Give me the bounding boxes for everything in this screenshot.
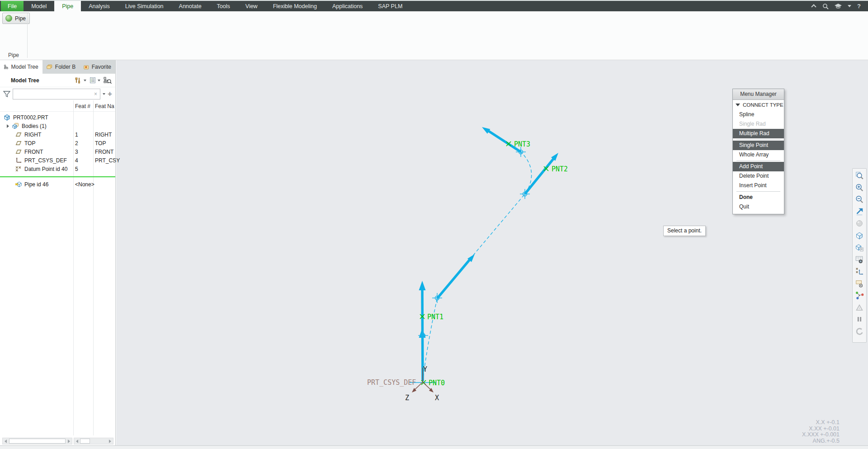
column-feat-num[interactable]: Feat # <box>75 103 90 109</box>
tab-analysis[interactable]: Analysis <box>81 1 118 11</box>
tree-row-bodies[interactable]: Bodies (1) <box>0 122 115 130</box>
csys-icon <box>15 157 22 164</box>
menu-manager-title[interactable]: Menu Manager <box>733 89 784 100</box>
menu-separator <box>736 139 780 140</box>
scroll-left-icon[interactable] <box>74 438 80 444</box>
menu-item-spline[interactable]: Spline <box>733 110 784 119</box>
datum-point-icon <box>15 165 22 172</box>
tab-folder-browser[interactable]: Folder B <box>42 60 80 74</box>
menu-item-delete-point[interactable]: Delete Point <box>733 171 784 181</box>
tree-filter-row: × + <box>0 87 115 101</box>
tab-pipe[interactable]: Pipe <box>54 1 81 11</box>
spin-center-icon[interactable] <box>854 290 865 301</box>
dragger-icon[interactable] <box>854 302 865 313</box>
render-style-icon[interactable] <box>854 218 865 229</box>
scroll-right-icon[interactable] <box>107 438 113 444</box>
ribbon-group-label: Pipe <box>0 52 27 58</box>
tree-row-top-plane[interactable]: TOP 2 TOP <box>0 139 115 147</box>
navigator-panel: Model Tree Folder B ✱ Favorite Model Tre… <box>0 60 116 445</box>
menu-item-multiple-rad[interactable]: Multiple Rad <box>733 129 784 138</box>
prompt-tooltip: Select a point. <box>663 226 706 236</box>
saved-orientations-icon[interactable] <box>854 242 865 253</box>
learning-center-icon[interactable] <box>835 4 842 9</box>
datum-plane-icon <box>15 140 22 147</box>
tab-applications[interactable]: Applications <box>325 1 370 11</box>
tree-filter-input[interactable] <box>15 90 93 98</box>
tab-favorites[interactable]: ✱ Favorite <box>80 60 115 74</box>
tab-flexible-modeling[interactable]: Flexible Modeling <box>265 1 325 11</box>
scrollbar-thumb[interactable] <box>80 439 90 444</box>
menu-item-whole-array[interactable]: Whole Array <box>733 150 784 160</box>
tab-model[interactable]: Model <box>24 1 54 11</box>
scroll-right-icon[interactable] <box>66 438 72 444</box>
connect-type-section[interactable]: CONNECT TYPE <box>733 100 784 110</box>
menu-item-single-point[interactable]: Single Point <box>733 141 784 150</box>
annotation-display-icon[interactable] <box>854 278 865 289</box>
tab-tools[interactable]: Tools <box>209 1 238 11</box>
zoom-in-icon[interactable] <box>854 182 865 193</box>
tree-column-header: Feat # Feat Na <box>0 101 115 112</box>
tree-horizontal-scrollbar[interactable] <box>2 438 72 444</box>
model-tree-title: Model Tree <box>11 77 71 84</box>
model-tree: PRT0002.PRT Bodies (1) RIGHT 1 RIGHT TOP… <box>0 112 115 189</box>
tree-tools-button[interactable] <box>75 77 86 84</box>
menu-separator <box>736 161 780 161</box>
tree-settings-button[interactable] <box>90 77 100 84</box>
menu-item-single-rad: Single Rad <box>733 119 784 129</box>
tree-tools-caret-icon <box>84 80 86 81</box>
view-manager-icon[interactable] <box>854 254 865 265</box>
status-bar <box>0 445 868 449</box>
graphics-toolbar <box>852 168 867 343</box>
pause-icon[interactable] <box>854 314 865 325</box>
datum-plane-icon <box>15 131 22 138</box>
pipe-tool-label: Pipe <box>15 15 26 22</box>
learning-center-caret-icon[interactable] <box>848 5 851 7</box>
part-icon <box>4 114 10 121</box>
tree-row-datum-point[interactable]: Datum Point id 40 5 <box>0 165 115 173</box>
columns-horizontal-scrollbar[interactable] <box>74 438 113 444</box>
tolerance-line: ANG.+-0.5 <box>802 438 840 444</box>
filter-history-caret-icon[interactable] <box>103 93 105 95</box>
filter-clear-icon[interactable]: × <box>93 91 98 97</box>
clip-icon[interactable] <box>854 326 865 337</box>
tab-file[interactable]: File <box>1 1 24 11</box>
insert-here-indicator[interactable] <box>0 176 115 177</box>
zoom-region-icon[interactable] <box>854 170 865 181</box>
scroll-left-icon[interactable] <box>3 438 9 444</box>
tree-show-button[interactable] <box>104 77 112 84</box>
model-tree-header: Model Tree <box>0 74 115 87</box>
tab-annotate[interactable]: Annotate <box>171 1 209 11</box>
tree-row-right-plane[interactable]: RIGHT 1 RIGHT <box>0 130 115 139</box>
tree-row-pipe-feature[interactable]: Pipe id 46 <None> <box>0 180 115 189</box>
column-feat-name[interactable]: Feat Na <box>95 103 114 109</box>
menu-item-add-point[interactable]: Add Point <box>733 162 784 171</box>
menu-item-insert-point[interactable]: Insert Point <box>733 181 784 190</box>
zoom-out-icon[interactable] <box>854 194 865 205</box>
search-icon[interactable] <box>822 3 829 9</box>
tab-view[interactable]: View <box>238 1 265 11</box>
refit-icon[interactable] <box>854 206 865 217</box>
menu-item-quit[interactable]: Quit <box>733 202 784 212</box>
tab-sap-plm[interactable]: SAP PLM <box>370 1 410 11</box>
scrollbar-thumb[interactable] <box>9 439 66 444</box>
collapse-section-icon <box>736 104 740 106</box>
minimize-ribbon-icon[interactable] <box>812 5 816 8</box>
filter-add-button[interactable]: + <box>108 91 112 97</box>
menu-manager: Menu Manager CONNECT TYPE Spline Single … <box>732 89 784 214</box>
datum-display-icon[interactable] <box>854 266 865 277</box>
menu-item-done[interactable]: Done <box>733 193 784 202</box>
tab-model-tree[interactable]: Model Tree <box>0 60 42 74</box>
pipe-tool-button[interactable]: Pipe <box>2 13 30 24</box>
help-icon[interactable]: ? <box>857 3 861 9</box>
tolerance-readout: X.X +-0.1 X.XX +-0.01 X.XXX +-0.001 ANG.… <box>802 420 840 444</box>
tab-live-simulation[interactable]: Live Simulation <box>118 1 171 11</box>
tree-row-front-plane[interactable]: FRONT 3 FRONT <box>0 147 115 156</box>
tree-row-csys[interactable]: PRT_CSYS_DEF 4 PRT_CSY <box>0 156 115 165</box>
tolerance-line: X.X +-0.1 <box>802 420 840 426</box>
display-style-icon[interactable] <box>854 230 865 241</box>
tolerance-line: X.XXX +-0.001 <box>802 432 840 438</box>
tree-settings-caret-icon <box>98 80 100 81</box>
tree-filter-field[interactable]: × <box>13 89 100 99</box>
tree-row-part[interactable]: PRT0002.PRT <box>0 113 115 122</box>
expand-arrow-icon[interactable] <box>7 124 9 128</box>
